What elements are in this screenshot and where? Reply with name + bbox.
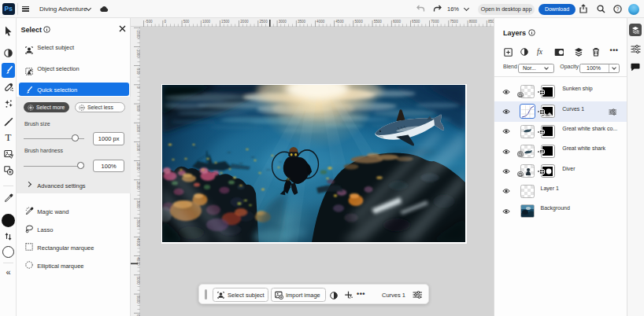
- svg-text:?: ?: [616, 6, 620, 12]
- svg-text:5000: 5000: [355, 20, 364, 24]
- svg-text:0: 0: [136, 86, 140, 89]
- svg-text:7500: 7500: [450, 20, 459, 24]
- svg-text:500: 500: [183, 20, 190, 24]
- svg-text:2500: 2500: [260, 20, 268, 24]
- svg-text:3500: 3500: [298, 20, 306, 24]
- svg-text:3000: 3000: [136, 200, 140, 209]
- svg-text:5500: 5500: [374, 20, 383, 24]
- svg-text:-1500: -1500: [136, 29, 140, 39]
- svg-text:6500: 6500: [412, 20, 420, 24]
- svg-text:2000: 2000: [136, 162, 140, 171]
- svg-text:-500: -500: [145, 20, 153, 24]
- svg-text:6000: 6000: [393, 20, 402, 24]
- svg-text:5500: 5500: [136, 296, 140, 304]
- svg-text:0: 0: [165, 20, 167, 24]
- svg-text:3500: 3500: [136, 219, 140, 228]
- svg-text:5000: 5000: [136, 277, 140, 285]
- svg-text:2500: 2500: [136, 182, 140, 190]
- svg-text:1000: 1000: [202, 20, 211, 24]
- svg-text:8000: 8000: [469, 20, 478, 24]
- svg-text:8500: 8500: [488, 20, 494, 24]
- svg-text:2000: 2000: [240, 20, 249, 24]
- svg-text:7000: 7000: [431, 20, 439, 24]
- svg-text:3000: 3000: [279, 20, 287, 24]
- svg-text:4500: 4500: [335, 20, 344, 24]
- svg-text:500: 500: [136, 105, 140, 112]
- svg-text:1000: 1000: [136, 124, 140, 133]
- svg-text:-1000: -1000: [136, 48, 140, 57]
- svg-text:4500: 4500: [136, 257, 140, 266]
- svg-text:4000: 4000: [136, 238, 140, 247]
- svg-text:1500: 1500: [221, 20, 230, 24]
- svg-text:4000: 4000: [316, 20, 325, 24]
- svg-text:1500: 1500: [136, 143, 140, 152]
